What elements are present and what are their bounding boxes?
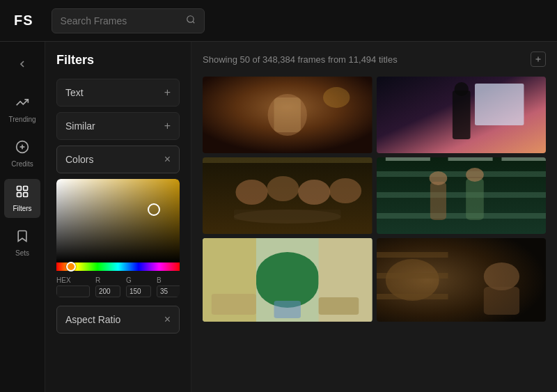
credits-label: Credits [11, 160, 33, 168]
svg-rect-44 [319, 297, 359, 315]
sidebar-item-filters[interactable]: Filters [4, 179, 40, 218]
svg-point-23 [298, 180, 330, 205]
svg-point-38 [429, 171, 447, 185]
filter-text-add-icon: + [164, 86, 171, 99]
filters-title: Filters [56, 53, 180, 68]
svg-point-22 [267, 176, 299, 201]
frame-cell-5[interactable] [203, 238, 372, 322]
svg-rect-31 [377, 213, 547, 219]
svg-rect-35 [466, 178, 484, 220]
svg-point-15 [323, 87, 350, 108]
svg-rect-34 [501, 157, 546, 161]
frame-cell-1[interactable] [203, 77, 372, 153]
svg-rect-14 [274, 97, 301, 132]
filter-similar-label: Similar [65, 120, 95, 132]
filter-similar[interactable]: Similar + [56, 112, 180, 140]
svg-rect-29 [377, 171, 547, 177]
hex-input[interactable] [56, 285, 90, 297]
b-input[interactable] [157, 285, 180, 297]
svg-rect-49 [377, 273, 448, 279]
frame-cell-2[interactable] [377, 77, 547, 153]
svg-rect-40 [256, 252, 319, 308]
filters-panel: Filters Text + Similar + Colors × [45, 42, 191, 392]
frame-cell-6[interactable] [377, 238, 547, 322]
svg-rect-7 [24, 193, 28, 197]
filters-icon [15, 185, 29, 202]
svg-point-0 [187, 15, 193, 22]
credits-icon [15, 140, 29, 157]
trending-label: Trending [8, 116, 36, 123]
svg-point-24 [329, 178, 361, 203]
color-values-row: HEX R G B [56, 276, 180, 297]
frame-image-1 [203, 77, 372, 153]
search-icon [186, 15, 196, 27]
showing-text: Showing 50 of 348,384 frames from 11,494… [203, 54, 398, 65]
g-label: G [126, 276, 151, 284]
color-saturation-thumb[interactable] [148, 203, 160, 216]
aspect-ratio-label: Aspect Ratio [65, 314, 120, 325]
filter-text[interactable]: Text + [56, 79, 180, 107]
svg-rect-45 [274, 301, 301, 318]
svg-point-18 [454, 82, 469, 96]
frame-image-4 [377, 157, 547, 234]
g-input[interactable] [126, 285, 151, 297]
svg-rect-48 [377, 252, 448, 258]
frame-cell-4[interactable] [377, 157, 547, 234]
svg-rect-50 [377, 294, 448, 299]
svg-rect-6 [17, 193, 22, 197]
sidebar-nav: Trending Credits Filters [0, 42, 45, 392]
color-picker[interactable]: HEX R G B [56, 179, 180, 297]
r-group: R [95, 276, 120, 297]
color-hue-slider[interactable] [56, 262, 180, 271]
saturation-gradient-svg [56, 179, 180, 262]
frame-image-3 [203, 157, 372, 234]
filter-colors-label: Colors [65, 154, 93, 165]
svg-point-21 [235, 180, 267, 205]
filters-label: Filters [13, 205, 31, 212]
g-group: G [126, 276, 151, 297]
search-bar[interactable] [52, 8, 205, 33]
search-input[interactable] [61, 15, 180, 26]
svg-rect-26 [234, 210, 341, 220]
app-logo: FS [14, 13, 33, 29]
filter-similar-add-icon: + [164, 120, 171, 132]
b-group: B [157, 276, 180, 297]
svg-rect-19 [474, 84, 523, 125]
back-button[interactable] [11, 53, 33, 79]
svg-rect-37 [430, 182, 446, 220]
filter-text-label: Text [65, 87, 84, 98]
svg-rect-30 [377, 192, 547, 198]
sets-label: Sets [15, 249, 29, 257]
add-button[interactable] [531, 52, 546, 67]
filter-aspect-ratio[interactable]: Aspect Ratio × [56, 306, 180, 334]
sets-icon [15, 229, 29, 246]
frame-cell-3[interactable] [203, 157, 372, 234]
content-header: Showing 50 of 348,384 frames from 11,494… [203, 52, 546, 67]
svg-point-36 [466, 168, 484, 182]
b-label: B [157, 276, 180, 284]
aspect-ratio-remove-icon[interactable]: × [164, 313, 171, 326]
svg-rect-17 [452, 91, 470, 139]
sidebar-item-credits[interactable]: Credits [4, 134, 40, 173]
hue-thumb[interactable] [66, 262, 76, 272]
hex-label: HEX [56, 276, 90, 284]
svg-point-51 [483, 262, 519, 290]
content-area: Showing 50 of 348,384 frames from 11,494… [191, 42, 557, 392]
svg-rect-43 [212, 294, 256, 315]
sidebar-item-trending[interactable]: Trending [4, 90, 40, 129]
svg-rect-4 [17, 187, 22, 191]
frame-image-5 [203, 238, 372, 322]
trending-icon [15, 95, 29, 113]
app-header: FS [0, 0, 557, 42]
svg-rect-33 [448, 157, 492, 161]
sidebar-item-sets[interactable]: Sets [4, 224, 40, 262]
frame-image-2 [377, 77, 547, 153]
svg-rect-9 [56, 179, 180, 262]
svg-rect-52 [483, 287, 519, 315]
filter-colors-remove-icon[interactable]: × [164, 153, 171, 166]
color-saturation-area[interactable] [56, 179, 180, 262]
svg-rect-5 [24, 187, 28, 191]
main-layout: Trending Credits Filters [0, 42, 557, 392]
filter-colors[interactable]: Colors × [56, 146, 180, 173]
r-input[interactable] [95, 285, 120, 297]
